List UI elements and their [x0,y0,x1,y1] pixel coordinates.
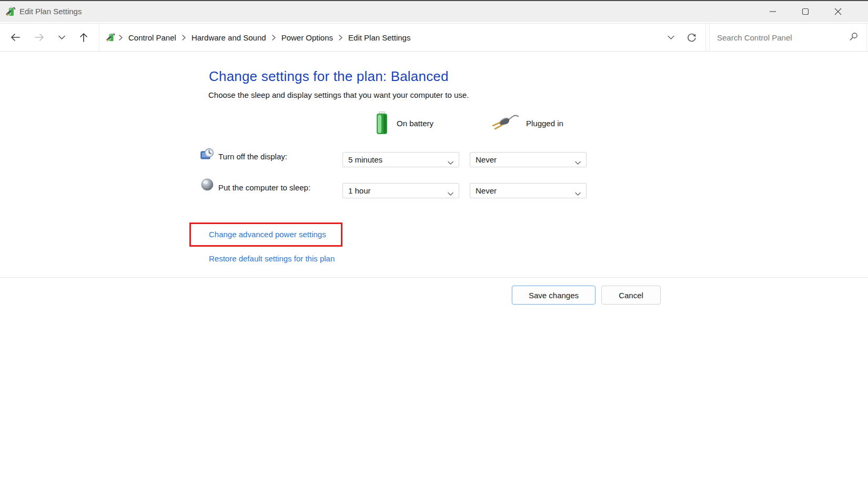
breadcrumb-chevron-icon [272,35,276,40]
power-plan-breadcrumb-icon [106,32,116,43]
footer-divider [0,277,868,278]
search-icon[interactable] [849,32,858,43]
display-plugged-in-dropdown[interactable]: Never [470,152,587,167]
window-controls [756,1,854,22]
up-button[interactable] [74,24,94,51]
page-description: Choose the sleep and display settings th… [208,90,469,99]
display-on-battery-value: 5 minutes [348,155,382,164]
maximize-button[interactable] [789,1,822,22]
chevron-down-icon [575,158,581,167]
battery-icon [375,111,389,137]
sleep-on-battery-value: 1 hour [348,186,371,195]
window-title: Edit Plan Settings [19,1,82,22]
maximize-icon [802,8,809,15]
chevron-down-icon [448,189,453,198]
turn-off-display-label: Turn off the display: [218,149,287,164]
refresh-button[interactable] [681,24,702,51]
minimize-button[interactable] [756,1,789,22]
breadcrumb-chevron-icon [182,35,186,40]
forward-arrow-icon [34,32,45,43]
up-arrow-icon [78,32,89,43]
sleep-plugged-in-dropdown[interactable]: Never [470,183,587,198]
edit-plan-settings-window: Edit Plan Settings [0,0,868,486]
address-bar[interactable]: Control Panel Hardware and Sound Power O… [99,24,706,51]
close-button[interactable] [822,1,854,22]
refresh-icon [687,32,697,43]
restore-default-settings-link[interactable]: Restore default settings for this plan [209,254,335,263]
back-arrow-icon [9,32,21,43]
breadcrumb-chevron-icon [119,35,123,40]
sleep-icon [200,178,214,194]
forward-button[interactable] [29,24,49,51]
chevron-down-icon [58,35,65,40]
change-advanced-power-settings-link[interactable]: Change advanced power settings [209,230,326,239]
recent-pages-button[interactable] [53,24,70,51]
breadcrumb-power-options[interactable]: Power Options [278,33,336,42]
breadcrumb-hardware-and-sound[interactable]: Hardware and Sound [188,33,269,42]
page-title: Change settings for the plan: Balanced [209,68,449,85]
save-changes-button[interactable]: Save changes [512,286,596,305]
close-icon [834,8,842,15]
search-box [709,24,867,51]
minimize-icon [769,8,776,15]
plug-icon [490,114,521,134]
chevron-down-icon [668,35,674,40]
chevron-down-icon [448,158,453,167]
cancel-button[interactable]: Cancel [601,286,661,305]
breadcrumb-edit-plan-settings[interactable]: Edit Plan Settings [345,33,413,42]
previous-locations-button[interactable] [660,24,681,51]
plugged-in-column-header: Plugged in [526,119,563,128]
display-plugged-in-value: Never [476,155,497,164]
display-timeout-icon [200,147,215,164]
chevron-down-icon [575,189,581,198]
navigation-bar: Control Panel Hardware and Sound Power O… [0,23,868,52]
display-on-battery-dropdown[interactable]: 5 minutes [342,152,459,167]
sleep-on-battery-dropdown[interactable]: 1 hour [342,183,459,198]
computer-sleep-label: Put the computer to sleep: [218,180,310,195]
power-plan-icon [5,6,17,17]
breadcrumb-chevron-icon [339,35,342,40]
on-battery-column-header: On battery [397,119,433,128]
back-button[interactable] [5,24,25,51]
sleep-plugged-in-value: Never [476,186,497,195]
breadcrumb-control-panel[interactable]: Control Panel [125,33,179,42]
search-input[interactable] [710,33,849,42]
title-bar: Edit Plan Settings [0,0,868,22]
